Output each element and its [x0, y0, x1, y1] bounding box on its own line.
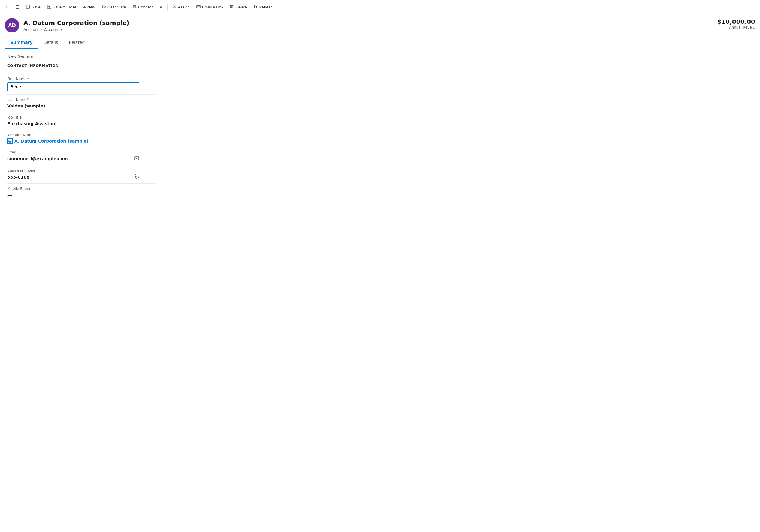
new-button[interactable]: + New	[80, 3, 98, 11]
left-panel: New Section CONTACT INFORMATION First Na…	[0, 49, 162, 532]
email-action-icon[interactable]	[134, 155, 139, 162]
account-name-link[interactable]: A. Datum Corporation (sample)	[7, 138, 155, 144]
save-close-icon	[47, 5, 51, 10]
save-label: Save	[31, 5, 40, 9]
first-name-label: First Name *	[7, 77, 155, 81]
last-name-required: *	[27, 98, 29, 102]
email-with-icon: someone_i@example.com	[7, 155, 139, 162]
delete-icon	[230, 5, 234, 10]
field-row-first-name: First Name *	[7, 74, 155, 95]
assign-button[interactable]: Assign	[169, 3, 193, 11]
business-phone-value: 555-0108	[7, 174, 29, 180]
back-button[interactable]: ←	[2, 2, 12, 12]
annual-revenue-label: Annual Reve...	[717, 25, 755, 29]
account-icon	[7, 138, 13, 144]
account-name-label: Account Name	[7, 133, 155, 137]
svg-point-6	[135, 5, 136, 7]
record-info: A. Datum Corporation (sample) Account · …	[24, 19, 129, 32]
annual-revenue-value: $10,000.00	[717, 18, 755, 25]
main-content: New Section CONTACT INFORMATION First Na…	[0, 49, 760, 532]
first-name-input[interactable]	[7, 82, 139, 91]
chevron-down-icon: ▾	[61, 28, 62, 31]
assign-label: Assign	[178, 5, 190, 9]
more-icon: ∨	[160, 5, 163, 9]
record-header: AD A. Datum Corporation (sample) Account…	[0, 15, 760, 36]
field-group-contact: First Name * Last Name * Valdes (sample)…	[7, 74, 155, 201]
phone-action-icon[interactable]	[134, 174, 139, 180]
tab-related[interactable]: Related	[63, 36, 90, 49]
field-row-mobile-phone: Mobile Phone ---	[7, 184, 155, 201]
deactivate-button[interactable]: Deactivate	[99, 3, 129, 11]
field-row-last-name: Last Name * Valdes (sample)	[7, 95, 155, 112]
more-button[interactable]: ∨	[157, 3, 166, 11]
business-phone-with-icon: 555-0108	[7, 174, 139, 180]
field-row-job-title: Job Title Purchasing Assistant	[7, 112, 155, 130]
record-subtitle: Account · Account ▾	[24, 27, 129, 32]
delete-label: Delete	[235, 5, 247, 9]
breadcrumb2: Account	[44, 27, 60, 32]
save-icon	[26, 5, 30, 10]
breadcrumb-dropdown[interactable]: Account ▾	[44, 27, 63, 32]
field-row-business-phone: Business Phone 555-0108	[7, 165, 155, 184]
new-label: New	[87, 5, 95, 9]
account-name-value: A. Datum Corporation (sample)	[7, 138, 155, 144]
record-header-left: AD A. Datum Corporation (sample) Account…	[5, 18, 129, 32]
record-title: A. Datum Corporation (sample)	[24, 19, 129, 27]
svg-rect-11	[134, 156, 139, 160]
mobile-phone-value: ---	[7, 192, 155, 198]
svg-rect-1	[27, 5, 28, 6]
mobile-phone-label: Mobile Phone	[7, 187, 155, 191]
email-link-icon	[196, 5, 201, 10]
svg-point-5	[133, 5, 134, 7]
back-icon: ←	[5, 4, 10, 10]
svg-rect-10	[10, 141, 11, 142]
email-label: Email	[7, 150, 155, 154]
deactivate-label: Deactivate	[108, 5, 126, 9]
email-value: someone_i@example.com	[7, 156, 68, 162]
assign-icon	[172, 5, 176, 10]
tab-summary[interactable]: Summary	[5, 36, 38, 49]
save-close-label: Save & Close	[53, 5, 76, 9]
job-title-label: Job Title	[7, 115, 155, 119]
first-name-required: *	[27, 77, 29, 81]
email-link-label: Email a Link	[202, 5, 223, 9]
connect-label: Connect	[138, 5, 153, 9]
field-row-email: Email someone_i@example.com	[7, 147, 155, 165]
breadcrumb-sep: ·	[41, 27, 42, 32]
save-button[interactable]: Save	[23, 3, 44, 11]
new-icon: +	[83, 5, 86, 10]
record-header-right: $10,000.00 Annual Reve...	[717, 18, 755, 29]
connect-button[interactable]: Connect	[129, 3, 156, 11]
refresh-icon: ↻	[254, 4, 257, 10]
deactivate-icon	[102, 5, 106, 10]
section-heading: CONTACT INFORMATION	[7, 64, 155, 68]
tabs-bar: Summary Details Related	[0, 36, 760, 49]
toolbar: ← ☰ Save Save & Close + New	[0, 0, 760, 15]
tab-details[interactable]: Details	[38, 36, 64, 49]
delete-button[interactable]: Delete	[227, 3, 250, 11]
avatar: AD	[5, 18, 19, 32]
refresh-button[interactable]: ↻ Refresh	[251, 2, 276, 12]
job-title-value: Purchasing Assistant	[7, 121, 155, 127]
breadcrumb1: Account	[24, 27, 39, 32]
toolbar-divider	[167, 4, 167, 11]
section-title: New Section	[7, 54, 155, 59]
connect-icon	[132, 5, 137, 10]
svg-rect-9	[231, 6, 233, 8]
email-link-button[interactable]: Email a Link	[193, 3, 226, 11]
list-view-button[interactable]: ☰	[13, 2, 22, 12]
list-icon: ☰	[15, 4, 20, 10]
svg-point-7	[173, 5, 175, 7]
refresh-label: Refresh	[259, 5, 273, 9]
svg-rect-2	[27, 7, 29, 8]
right-panel	[162, 49, 760, 532]
business-phone-label: Business Phone	[7, 168, 155, 172]
last-name-label: Last Name *	[7, 98, 155, 102]
last-name-value: Valdes (sample)	[7, 103, 155, 109]
field-row-account-name: Account Name A. Datum Corporation (sampl…	[7, 130, 155, 147]
save-close-button[interactable]: Save & Close	[44, 3, 79, 11]
